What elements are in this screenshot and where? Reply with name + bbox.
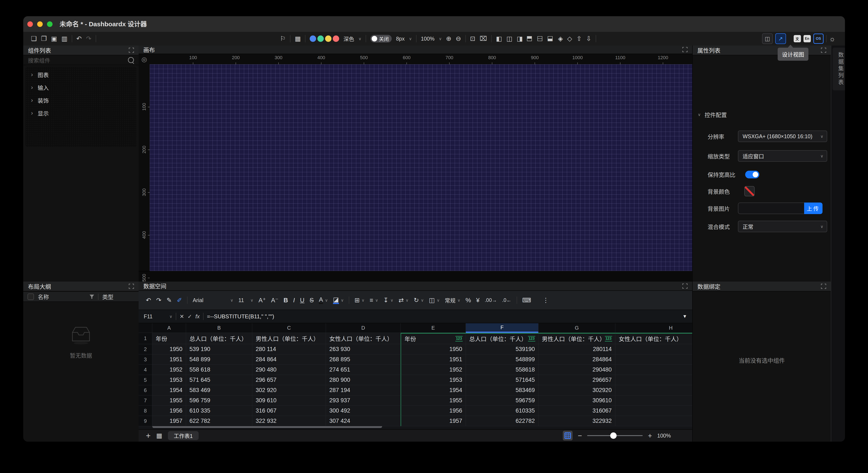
row-header-8[interactable]: 8	[138, 406, 152, 416]
field-header-cell[interactable]: 总人口（单位：千人）	[186, 333, 252, 344]
chevron-down-icon[interactable]: ∨	[439, 36, 442, 41]
cell-A4[interactable]: 1952	[152, 365, 186, 375]
align-middle-icon[interactable]: ◫	[537, 36, 544, 42]
column-header-H[interactable]: H	[615, 323, 692, 333]
layer-down-icon[interactable]: ⇩	[586, 35, 591, 42]
cell-E7[interactable]: 1955	[401, 395, 466, 406]
sheet-zoom-slider[interactable]	[587, 435, 643, 436]
font-family-select[interactable]: Arial∨	[193, 297, 233, 303]
cell-H8[interactable]: 300492	[615, 406, 692, 416]
cell-H9[interactable]: 307424	[615, 416, 692, 426]
zoom-out-icon[interactable]: ⊖	[456, 35, 461, 42]
cell-C2[interactable]: 280 114	[252, 344, 326, 354]
cell-D8[interactable]: 300 492	[326, 406, 401, 416]
cell-B3[interactable]: 548 899	[186, 354, 252, 365]
slider-thumb[interactable]	[610, 433, 617, 439]
increase-decimal-icon[interactable]: .00→	[485, 298, 497, 303]
cell-E5[interactable]: 1953	[401, 375, 466, 385]
select-all-checkbox[interactable]	[28, 294, 34, 300]
os-preview-button[interactable]: OS	[813, 33, 824, 44]
component-group-图表[interactable]: ›图表	[25, 68, 136, 81]
cancel-entry-icon[interactable]: ✕	[180, 314, 184, 319]
cell-H6[interactable]: 287194	[615, 385, 692, 395]
column-header-E[interactable]: E	[401, 323, 466, 333]
cell-D4[interactable]: 274 651	[326, 365, 401, 375]
bound-field-header-cell[interactable]: 男性人口（单位：千人）123	[538, 333, 615, 344]
cell-C3[interactable]: 284 864	[252, 354, 326, 365]
expand-icon[interactable]	[682, 47, 687, 52]
minimize-window-button[interactable]	[37, 21, 43, 27]
field-header-cell[interactable]: 女性人口（单位：千人）	[326, 333, 401, 344]
sheet-grid-toggle[interactable]	[563, 431, 572, 441]
numeric-type-badge-icon[interactable]: 123	[528, 336, 535, 342]
cell-B5[interactable]: 571 645	[186, 375, 252, 385]
column-header-C[interactable]: C	[252, 323, 326, 333]
add-sheet-icon[interactable]: +	[146, 432, 151, 440]
row-header-7[interactable]: 7	[138, 395, 152, 406]
row-header-9[interactable]: 9	[138, 416, 152, 426]
column-header-A[interactable]: A	[152, 323, 186, 333]
cell-A8[interactable]: 1956	[152, 406, 186, 416]
cell-name-box[interactable]: F11	[144, 314, 166, 320]
cell-E2[interactable]: 1950	[401, 344, 466, 354]
save-icon[interactable]: ▣	[51, 35, 57, 42]
save-as-icon[interactable]: ▥	[61, 35, 67, 42]
cell-C8[interactable]: 316 067	[252, 406, 326, 416]
zoom-in-icon[interactable]: ⊕	[446, 35, 451, 42]
cell-C9[interactable]: 322 932	[252, 416, 326, 426]
cell-H2[interactable]: 263930	[615, 344, 692, 354]
theme-bulb-icon[interactable]: ☼	[829, 35, 836, 42]
merge-cells-icon[interactable]: ◫∨	[429, 297, 439, 303]
align-top-icon[interactable]: ◧	[527, 36, 533, 42]
v-align-icon[interactable]: ↧∨	[383, 297, 394, 303]
field-header-cell[interactable]: 男性人口（单位：千人）	[252, 333, 326, 344]
bound-field-header-cell[interactable]: 总人口（单位：千人）123	[466, 333, 538, 344]
clear-format-icon[interactable]: ✐	[177, 297, 182, 303]
canvas-grid[interactable]	[150, 64, 692, 271]
cell-A2[interactable]: 1950	[152, 344, 186, 354]
theme-select-value[interactable]: 深色	[343, 35, 354, 42]
layer-up-icon[interactable]: ⇧	[577, 35, 582, 42]
chevron-down-icon[interactable]: ∨	[169, 314, 173, 319]
column-header-D[interactable]: D	[326, 323, 401, 333]
lang-zh-to-en-button[interactable]: 文	[794, 35, 801, 42]
field-header-cell[interactable]: 年份	[152, 333, 186, 344]
cell-F4[interactable]: 558618	[466, 365, 538, 375]
cell-D7[interactable]: 293 937	[326, 395, 401, 406]
bring-to-front-icon[interactable]: ◈	[558, 35, 563, 42]
grid-switch[interactable]: 关闭	[370, 35, 392, 42]
cell-C7[interactable]: 309 610	[252, 395, 326, 406]
close-window-button[interactable]	[27, 21, 33, 27]
new-file-icon[interactable]: ❏	[31, 35, 37, 42]
column-header-B[interactable]: B	[186, 323, 252, 333]
cell-F5[interactable]: 571645	[466, 375, 538, 385]
cell-G4[interactable]: 290480	[538, 365, 615, 375]
redo-icon[interactable]: ↷	[86, 35, 91, 42]
cell-B6[interactable]: 583 469	[186, 385, 252, 395]
text-wrap-icon[interactable]: ⇄∨	[399, 297, 409, 303]
row-header-4[interactable]: 4	[138, 365, 152, 375]
more-options-icon[interactable]: ⋮	[543, 297, 549, 303]
cell-H4[interactable]: 274651	[615, 365, 692, 375]
row-header-1[interactable]: 1	[138, 333, 152, 344]
cell-G8[interactable]: 316067	[538, 406, 615, 416]
cell-D3[interactable]: 268 895	[326, 354, 401, 365]
export-image-icon[interactable]: ⊡	[470, 35, 475, 42]
component-group-显示[interactable]: ›显示	[25, 107, 136, 119]
fill-color-icon[interactable]: ◪∨	[333, 297, 344, 304]
cell-G9[interactable]: 322932	[538, 416, 615, 426]
component-group-装饰[interactable]: ›装饰	[25, 94, 136, 107]
bound-field-header-cell[interactable]: 女性人口（单位：千人）123	[615, 333, 692, 344]
data-view-button[interactable]: ◫	[762, 33, 773, 44]
scale-type-select[interactable]: 适应窗口∨	[738, 150, 827, 162]
italic-icon[interactable]: I	[293, 297, 295, 303]
bg-color-swatch[interactable]	[744, 186, 754, 196]
cell-F2[interactable]: 539190	[466, 344, 538, 354]
align-right-icon[interactable]: ◨	[517, 35, 523, 42]
cell-E8[interactable]: 1956	[401, 406, 466, 416]
cell-G2[interactable]: 280114	[538, 344, 615, 354]
cell-B4[interactable]: 558 618	[186, 365, 252, 375]
cell-F7[interactable]: 596759	[466, 395, 538, 406]
resolution-select[interactable]: WSXGA+ (1680×1050 16:10)∨	[738, 130, 827, 142]
grid-size-value[interactable]: 8px	[396, 36, 405, 42]
